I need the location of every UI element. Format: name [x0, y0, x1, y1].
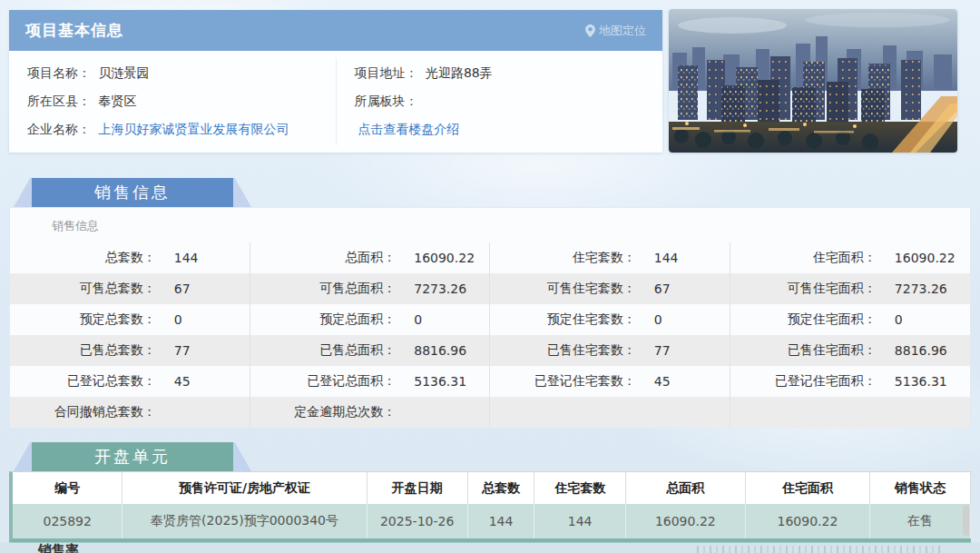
table-cell: 144 — [468, 504, 535, 538]
property-intro-link[interactable]: 点击查看楼盘介绍 — [358, 122, 460, 136]
field-label: 项目地址： — [355, 65, 418, 80]
field-value: 144 — [156, 251, 199, 265]
sales-info-row: 预定总套数：0预定总面积：0预定住宅套数：0预定住宅面积：0 — [10, 304, 970, 335]
project-basic-info-panel: 项目基本信息 地图定位 项目名称： 贝涟景园 所在区县： 奉贤区 企业名称 — [9, 10, 662, 153]
field-property-intro: 点击查看楼盘介绍 — [355, 122, 645, 138]
sales-info-cell: 已登记住宅套数：45 — [490, 366, 730, 397]
tab-opening-units-label: 开盘单元 — [32, 442, 234, 471]
table-header-row: 编号预售许可证/房地产权证开盘日期总套数住宅套数总面积住宅面积销售状态 — [13, 472, 971, 504]
tab-opening-units[interactable]: 开盘单元 — [14, 442, 251, 471]
field-label: 所在区县： — [27, 94, 91, 108]
project-photo — [669, 9, 957, 153]
column-header: 住宅面积 — [746, 472, 870, 504]
field-value: 7273.26 — [396, 281, 466, 296]
field-label: 已登记住宅套数： — [490, 373, 636, 390]
field-value: 5136.31 — [396, 374, 466, 389]
table-cell: 16090.22 — [746, 504, 870, 538]
map-locate-label: 地图定位 — [599, 23, 646, 39]
sales-info-cell — [730, 397, 971, 428]
company-name-link[interactable]: 上海贝好家诚贤置业发展有限公司 — [98, 122, 289, 136]
field-label: 可售住宅面积： — [730, 281, 877, 297]
sales-info-cell: 合同撤销总套数： — [10, 397, 250, 428]
field-label: 住宅套数： — [490, 250, 636, 266]
field-value: 67 — [636, 281, 671, 296]
field-label: 已登记住宅面积： — [730, 373, 877, 390]
field-label: 可售总面积： — [250, 281, 397, 297]
opening-units-table: 编号预售许可证/房地产权证开盘日期总套数住宅套数总面积住宅面积销售状态02589… — [9, 471, 971, 543]
field-label: 总套数： — [10, 250, 156, 266]
field-value: 5136.31 — [877, 374, 947, 389]
sales-info-cell: 总面积：16090.22 — [250, 242, 491, 273]
sales-info-cell: 已登记住宅面积：5136.31 — [730, 366, 971, 397]
field-district: 所在区县： 奉贤区 — [27, 94, 318, 110]
field-value: 16090.22 — [877, 251, 956, 265]
sales-info-grid: 总套数：144总面积：16090.22住宅套数：144住宅面积：16090.22… — [10, 242, 970, 428]
project-info-right-column: 项目地址： 光迎路88弄 所属板块： 点击查看楼盘介绍 — [337, 58, 663, 145]
page-root: 项目基本信息 地图定位 项目名称： 贝涟景园 所在区县： 奉贤区 企业名称 — [0, 0, 980, 553]
column-header: 销售状态 — [870, 472, 971, 504]
table-cell: 2025-10-26 — [368, 504, 468, 538]
field-label: 已登记总套数： — [10, 373, 156, 390]
column-header: 预售许可证/房地产权证 — [122, 472, 367, 504]
table-cell: 025892 — [13, 504, 122, 538]
sales-info-cell: 可售总面积：7273.26 — [250, 273, 491, 304]
field-value: 贝涟景园 — [98, 65, 149, 80]
sales-info-cell: 预定总面积：0 — [250, 304, 491, 335]
sales-info-cell: 已售住宅面积：8816.96 — [730, 335, 971, 366]
field-label: 预定住宅面积： — [730, 311, 877, 328]
table-scrollbar-thumb[interactable] — [963, 506, 969, 536]
field-value: 77 — [636, 343, 671, 358]
column-header: 编号 — [13, 472, 122, 504]
sales-info-cell: 已售总套数：77 — [10, 335, 250, 366]
field-value: 67 — [156, 281, 191, 296]
sales-info-row: 已售总套数：77已售总面积：8816.96已售住宅套数：77已售住宅面积：881… — [10, 335, 970, 366]
field-project-name: 项目名称： 贝涟景园 — [27, 65, 318, 82]
sales-info-cell: 定金逾期总次数： — [250, 397, 491, 428]
sales-info-cell: 已售住宅套数：77 — [490, 335, 730, 366]
cityscape-image — [669, 9, 957, 153]
project-info-left-column: 项目名称： 贝涟景园 所在区县： 奉贤区 企业名称： 上海贝好家诚贤置业发展有限… — [9, 58, 337, 145]
field-label: 已售总套数： — [10, 342, 156, 359]
sales-info-panel: 销售信息 总套数：144总面积：16090.22住宅套数：144住宅面积：160… — [9, 207, 971, 426]
sales-info-cell: 已售总面积：8816.96 — [250, 335, 491, 366]
status-badge: 在售 — [870, 504, 971, 538]
project-info-body: 项目名称： 贝涟景园 所在区县： 奉贤区 企业名称： 上海贝好家诚贤置业发展有限… — [9, 51, 662, 153]
project-info-header: 项目基本信息 地图定位 — [9, 10, 662, 51]
sales-info-row: 总套数：144总面积：16090.22住宅套数：144住宅面积：16090.22 — [10, 242, 970, 273]
column-header: 开盘日期 — [368, 472, 468, 504]
sales-info-cell: 可售住宅面积：7273.26 — [730, 273, 971, 304]
map-locate-link[interactable]: 地图定位 — [585, 23, 646, 39]
sales-info-cell: 预定住宅面积：0 — [730, 304, 971, 335]
sales-info-cell: 可售住宅套数：67 — [490, 273, 730, 304]
field-value: 7273.26 — [877, 281, 947, 296]
field-label: 可售住宅套数： — [490, 281, 636, 297]
field-value: 45 — [156, 374, 191, 389]
tab-sales-info[interactable]: 销售信息 — [14, 178, 251, 207]
field-label: 合同撤销总套数： — [10, 404, 156, 420]
sales-info-row: 合同撤销总套数：定金逾期总次数： — [10, 397, 970, 428]
field-label: 已售总面积： — [250, 342, 397, 359]
field-label: 预定总面积： — [250, 311, 397, 328]
field-value: 0 — [396, 312, 422, 327]
field-company-name: 企业名称： 上海贝好家诚贤置业发展有限公司 — [27, 122, 318, 138]
sales-info-cell: 总套数：144 — [10, 242, 250, 273]
table-cell: 16090.22 — [626, 504, 746, 538]
field-label: 企业名称： — [27, 122, 91, 136]
field-label: 已登记总面积： — [250, 373, 397, 390]
faint-watermark — [697, 546, 940, 553]
sales-info-cell: 可售总套数：67 — [10, 273, 250, 304]
table-cell: 奉贤房管(2025)预字0000340号 — [122, 504, 367, 538]
sales-info-subheader: 销售信息 — [10, 208, 970, 242]
field-value: 奉贤区 — [98, 94, 136, 108]
table-row[interactable]: 025892奉贤房管(2025)预字0000340号2025-10-261441… — [13, 504, 971, 538]
field-label: 住宅面积： — [730, 250, 877, 266]
sales-info-cell: 住宅套数：144 — [490, 242, 730, 273]
field-value: 16090.22 — [396, 251, 475, 265]
field-value: 77 — [156, 343, 191, 358]
sales-info-row: 已登记总套数：45已登记总面积：5136.31已登记住宅套数：45已登记住宅面积… — [10, 366, 970, 397]
field-value: 0 — [636, 312, 662, 327]
field-label: 所属板块： — [355, 94, 418, 108]
field-value: 8816.96 — [877, 343, 947, 358]
sales-info-cell: 预定总套数：0 — [10, 304, 250, 335]
map-pin-icon — [585, 25, 595, 37]
